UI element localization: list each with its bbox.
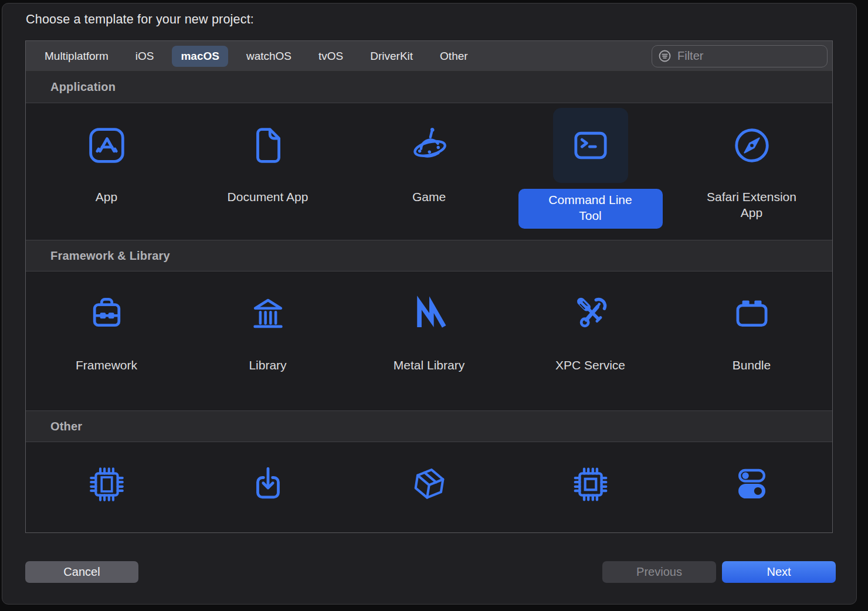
template-item-framework[interactable]: Framework — [26, 271, 187, 410]
template-tile — [69, 447, 144, 522]
section-header-application: Application — [26, 72, 832, 103]
toolbox-icon — [86, 293, 127, 334]
template-item-other-5[interactable] — [671, 442, 832, 533]
filter-circle-icon — [658, 49, 672, 63]
template-tile — [392, 447, 467, 522]
app-store-icon — [86, 125, 127, 166]
template-item-label: Library — [249, 357, 286, 373]
template-tile — [392, 108, 467, 183]
library-columns-icon — [247, 293, 289, 334]
metal-m-icon — [409, 293, 450, 334]
template-tile — [714, 447, 789, 522]
template-item-metal-library[interactable]: Metal Library — [348, 271, 510, 410]
chip-icon — [86, 464, 127, 505]
template-item-other-2[interactable] — [187, 442, 348, 533]
tab-driverkit[interactable]: DriverKit — [370, 50, 413, 63]
template-item-label-selected: Command Line Tool — [518, 189, 663, 229]
template-item-label: Safari Extension App — [700, 189, 803, 221]
tab-multiplatform[interactable]: Multiplatform — [45, 50, 108, 63]
template-item-other-1[interactable] — [26, 442, 187, 533]
toggle-switches-icon — [731, 464, 772, 505]
template-item-label: Framework — [76, 357, 137, 373]
template-tile — [553, 447, 628, 522]
section-application-grid: App Document App — [26, 103, 832, 240]
dialog-title: Choose a template for your new project: — [26, 12, 254, 27]
tab-macos[interactable]: macOS — [172, 46, 228, 67]
template-item-xpc-service[interactable]: XPC Service — [510, 271, 671, 410]
crossed-tools-icon — [570, 293, 611, 334]
filter-field[interactable] — [652, 45, 828, 67]
tab-watchos[interactable]: watchOS — [246, 50, 291, 63]
template-item-command-line-tool[interactable]: Command Line Tool — [510, 103, 671, 240]
platform-tabbar: Multiplatform iOS macOS watchOS tvOS Dri… — [26, 41, 832, 72]
template-tile — [69, 276, 144, 351]
cancel-button[interactable]: Cancel — [25, 561, 138, 583]
tab-ios[interactable]: iOS — [135, 50, 154, 63]
template-item-library[interactable]: Library — [187, 271, 348, 410]
template-item-bundle[interactable]: Bundle — [671, 271, 832, 410]
template-chooser-panel: Multiplatform iOS macOS watchOS tvOS Dri… — [25, 40, 833, 533]
game-ufo-icon — [409, 125, 450, 166]
template-item-label: Bundle — [733, 357, 771, 373]
template-tile-selected — [553, 108, 628, 183]
template-item-label: XPC Service — [555, 357, 625, 373]
template-tile — [230, 447, 306, 522]
template-item-other-4[interactable] — [510, 442, 671, 533]
template-item-label: App — [96, 189, 117, 205]
template-item-document-app[interactable]: Document App — [187, 103, 348, 240]
tab-tvos[interactable]: tvOS — [318, 50, 343, 63]
template-item-label: Game — [412, 189, 446, 205]
download-tray-icon — [247, 464, 289, 505]
template-tile — [392, 276, 467, 351]
section-header-other: Other — [26, 410, 832, 442]
section-title: Application — [50, 80, 116, 94]
section-other-grid — [26, 442, 832, 533]
template-tile — [714, 108, 789, 183]
template-tile — [714, 276, 789, 351]
section-header-framework-library: Framework & Library — [26, 240, 832, 271]
template-item-other-3[interactable] — [348, 442, 510, 533]
document-icon — [247, 125, 289, 166]
template-item-game[interactable]: Game — [348, 103, 510, 240]
template-item-label: Metal Library — [394, 357, 464, 373]
template-tile — [230, 276, 306, 351]
section-title: Other — [50, 420, 82, 433]
template-tile — [230, 108, 306, 183]
safari-compass-icon — [731, 125, 772, 166]
template-tile — [69, 108, 144, 183]
bundle-brick-icon — [731, 293, 772, 334]
chip-icon — [570, 464, 611, 505]
template-item-app[interactable]: App — [26, 103, 187, 240]
filter-input[interactable] — [676, 49, 821, 63]
new-project-dialog: Choose a template for your new project: … — [2, 3, 857, 605]
package-box-icon — [409, 464, 450, 505]
template-tile — [553, 276, 628, 351]
section-framework-grid: Framework Library Meta — [26, 271, 832, 410]
template-item-label: Document App — [228, 189, 308, 205]
section-title: Framework & Library — [50, 249, 170, 263]
next-button[interactable]: Next — [722, 561, 836, 583]
template-item-safari-extension-app[interactable]: Safari Extension App — [671, 103, 832, 240]
tab-other[interactable]: Other — [440, 50, 468, 63]
terminal-icon — [570, 125, 611, 166]
previous-button[interactable]: Previous — [602, 561, 716, 583]
